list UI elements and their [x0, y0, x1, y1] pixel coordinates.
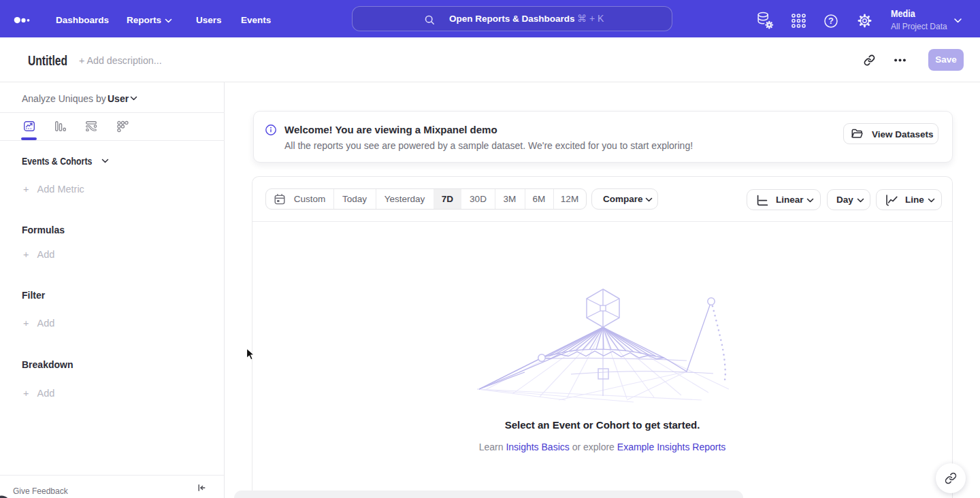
svg-text:?: ?: [828, 16, 834, 26]
